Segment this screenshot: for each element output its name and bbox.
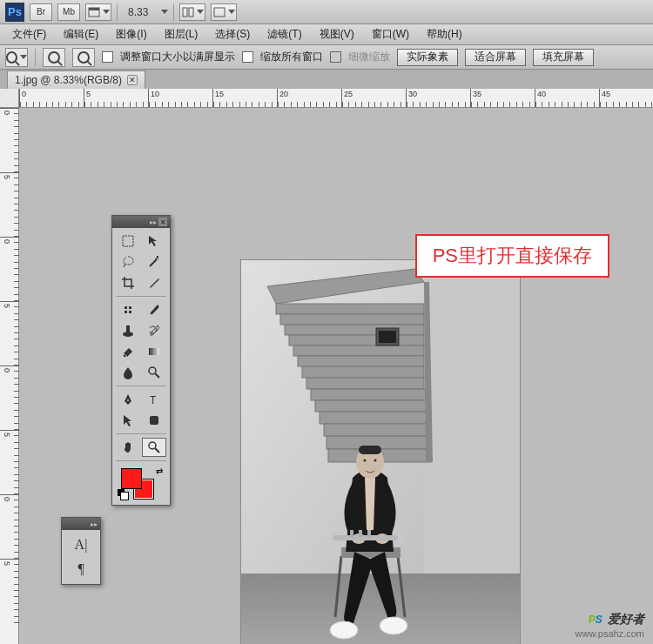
toolbox-panel[interactable]: ▸▸ ✕ T bbox=[111, 215, 171, 506]
svg-rect-20 bbox=[324, 424, 428, 436]
watermark-url: www.psahz.com bbox=[576, 628, 644, 639]
zoom-out-icon[interactable] bbox=[72, 48, 95, 67]
fit-screen-button[interactable]: 适合屏幕 bbox=[465, 49, 526, 66]
svg-point-48 bbox=[123, 332, 133, 337]
svg-point-54 bbox=[149, 442, 156, 449]
character-panel[interactable]: ▸▸ A| ¶ bbox=[61, 517, 101, 585]
menu-layer[interactable]: 图层(L) bbox=[156, 24, 207, 44]
tool-preset-icon[interactable] bbox=[5, 48, 28, 67]
bridge-button[interactable]: Br bbox=[30, 3, 52, 21]
gradient-tool-icon[interactable] bbox=[142, 342, 166, 361]
svg-rect-43 bbox=[123, 236, 133, 246]
stamp-tool-icon[interactable] bbox=[116, 321, 140, 340]
type-tool-icon[interactable]: T bbox=[142, 390, 166, 409]
watermark: PS 爱好者 www.psahz.com bbox=[576, 606, 644, 639]
svg-rect-12 bbox=[289, 335, 424, 345]
default-colors-icon[interactable] bbox=[118, 489, 128, 500]
path-selection-tool-icon[interactable] bbox=[116, 411, 140, 430]
crop-tool-icon[interactable] bbox=[116, 273, 140, 292]
pen-tool-icon[interactable] bbox=[116, 390, 140, 409]
foreground-color[interactable] bbox=[121, 468, 142, 489]
eyedropper-tool-icon[interactable] bbox=[142, 273, 166, 292]
svg-rect-3 bbox=[189, 8, 193, 17]
zoom-value[interactable]: 8.33 bbox=[123, 6, 153, 18]
actual-pixels-button[interactable]: 实际象素 bbox=[397, 49, 458, 66]
toolbox-header[interactable]: ▸▸ ✕ bbox=[112, 216, 170, 228]
svg-rect-2 bbox=[183, 8, 187, 17]
minibridge-button[interactable]: Mb bbox=[57, 3, 80, 21]
tool-separator bbox=[116, 460, 166, 461]
menu-image[interactable]: 图像(I) bbox=[107, 24, 155, 44]
svg-rect-40 bbox=[367, 530, 371, 537]
workspace: 0 5 10 15 20 25 30 35 40 45 50 0 5 0 5 0… bbox=[0, 89, 653, 644]
svg-rect-4 bbox=[214, 8, 225, 17]
eraser-tool-icon[interactable] bbox=[116, 342, 140, 361]
close-tab-icon[interactable]: ✕ bbox=[127, 75, 138, 85]
svg-rect-10 bbox=[280, 314, 424, 325]
zoom-all-label: 缩放所有窗口 bbox=[260, 50, 323, 64]
separator bbox=[173, 3, 174, 21]
healing-brush-tool-icon[interactable] bbox=[116, 300, 140, 319]
move-tool-icon[interactable] bbox=[142, 231, 166, 251]
menu-select[interactable]: 选择(S) bbox=[206, 24, 259, 44]
close-icon[interactable]: ✕ bbox=[158, 218, 167, 226]
svg-rect-19 bbox=[320, 412, 427, 424]
panel-header[interactable]: ▸▸ bbox=[62, 518, 100, 530]
svg-rect-9 bbox=[276, 304, 424, 314]
lasso-tool-icon[interactable] bbox=[116, 252, 140, 272]
svg-point-33 bbox=[364, 460, 367, 462]
tool-separator bbox=[116, 386, 166, 386]
svg-rect-1 bbox=[89, 8, 99, 10]
zoom-all-checkbox[interactable] bbox=[242, 51, 253, 63]
svg-rect-32 bbox=[359, 446, 381, 454]
shape-tool-icon[interactable] bbox=[142, 411, 166, 430]
photoshop-icon: Ps bbox=[5, 3, 24, 22]
svg-point-42 bbox=[380, 617, 407, 634]
ruler-horizontal[interactable]: 0 5 10 15 20 25 30 35 40 45 50 bbox=[19, 89, 653, 108]
resize-window-checkbox[interactable] bbox=[102, 51, 113, 63]
brush-tool-icon[interactable] bbox=[142, 300, 166, 319]
svg-rect-39 bbox=[359, 530, 362, 537]
svg-rect-37 bbox=[333, 535, 398, 540]
menu-edit[interactable]: 编辑(E) bbox=[55, 24, 107, 44]
svg-point-51 bbox=[127, 399, 129, 401]
svg-point-50 bbox=[149, 367, 156, 374]
svg-rect-11 bbox=[285, 325, 424, 335]
ruler-corner bbox=[0, 89, 19, 108]
svg-rect-38 bbox=[350, 530, 353, 537]
layout-dropdown[interactable] bbox=[85, 3, 111, 21]
blur-tool-icon[interactable] bbox=[116, 363, 140, 382]
document-tab[interactable]: 1.jpg @ 8.33%(RGB/8) ✕ bbox=[7, 70, 145, 89]
tool-separator bbox=[116, 296, 166, 297]
arrange-dropdown[interactable] bbox=[179, 3, 205, 21]
history-brush-tool-icon[interactable] bbox=[142, 321, 166, 340]
magic-wand-tool-icon[interactable] bbox=[142, 252, 166, 272]
svg-rect-13 bbox=[293, 345, 424, 356]
screenmode-dropdown[interactable] bbox=[211, 3, 237, 21]
zoom-tool-icon[interactable] bbox=[142, 438, 166, 457]
menu-bar: 文件(F) 编辑(E) 图像(I) 图层(L) 选择(S) 滤镜(T) 视图(V… bbox=[0, 24, 653, 45]
menu-filter[interactable]: 滤镜(T) bbox=[259, 24, 310, 44]
menu-file[interactable]: 文件(F) bbox=[3, 24, 55, 44]
marquee-tool-icon[interactable] bbox=[116, 231, 140, 251]
menu-help[interactable]: 帮助(H) bbox=[418, 24, 471, 44]
fill-screen-button[interactable]: 填充屏幕 bbox=[533, 49, 594, 66]
annotation-box: PS里打开直接保存 bbox=[415, 234, 609, 278]
paragraph-icon[interactable]: ¶ bbox=[77, 561, 84, 577]
tool-separator bbox=[116, 433, 166, 434]
application-bar: Ps Br Mb 8.33 bbox=[0, 0, 653, 24]
swap-colors-icon[interactable]: ⇄ bbox=[156, 466, 163, 476]
watermark-s: S bbox=[596, 614, 603, 626]
character-icon[interactable]: A| bbox=[75, 537, 88, 553]
hand-tool-icon[interactable] bbox=[116, 438, 140, 457]
zoom-dropdown-icon[interactable] bbox=[161, 10, 168, 14]
menu-view[interactable]: 视图(V) bbox=[311, 24, 363, 44]
color-swatches[interactable]: ⇄ bbox=[116, 465, 166, 501]
svg-rect-14 bbox=[298, 356, 424, 366]
dodge-tool-icon[interactable] bbox=[142, 363, 166, 382]
menu-window[interactable]: 窗口(W) bbox=[363, 24, 418, 44]
ruler-vertical[interactable]: 0 5 0 5 0 5 0 5 bbox=[0, 108, 19, 644]
svg-rect-47 bbox=[126, 325, 130, 332]
zoom-in-icon[interactable] bbox=[43, 48, 65, 67]
document-canvas[interactable] bbox=[241, 260, 520, 644]
